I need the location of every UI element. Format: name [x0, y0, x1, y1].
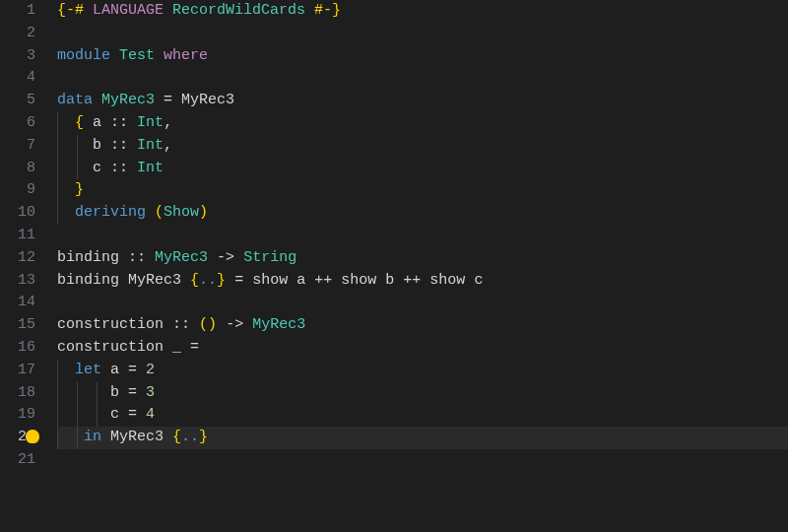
code-line[interactable] — [57, 292, 788, 314]
token — [128, 137, 137, 154]
code-line[interactable] — [57, 225, 788, 247]
indent-guide — [57, 135, 58, 158]
code-line[interactable]: deriving (Show) — [57, 202, 788, 225]
token: b — [110, 384, 119, 401]
token: MyRec3 — [101, 92, 155, 108]
token — [226, 272, 234, 289]
line-number: 10 — [0, 202, 35, 225]
token — [57, 137, 93, 154]
token: in — [84, 429, 101, 445]
token: :: — [172, 316, 190, 333]
token: show — [341, 272, 376, 289]
code-line[interactable]: in MyRec3 {..} — [57, 427, 788, 449]
code-line[interactable] — [57, 67, 788, 90]
code-line[interactable]: data MyRec3 = MyRec3 — [57, 90, 788, 112]
token — [57, 406, 110, 423]
token: b — [385, 272, 394, 289]
line-number: 5 — [0, 90, 35, 112]
code-line[interactable]: construction :: () -> MyRec3 — [57, 314, 788, 337]
code-line[interactable]: c :: Int — [57, 158, 788, 180]
token — [57, 114, 75, 131]
token: :: — [110, 114, 128, 131]
token: module — [57, 47, 110, 64]
code-line[interactable]: let a = 2 — [57, 360, 788, 382]
line-number: 2 — [0, 23, 35, 45]
token: b — [93, 137, 101, 154]
token — [57, 384, 110, 401]
token — [243, 272, 252, 289]
token: .. — [199, 272, 217, 289]
line-number: 13 — [0, 270, 35, 293]
line-number: 12 — [0, 247, 35, 270]
line-number: 16 — [0, 337, 35, 360]
token — [101, 160, 110, 176]
token: deriving — [75, 204, 146, 221]
code-line[interactable]: binding :: MyRec3 -> String — [57, 247, 788, 270]
indent-guide — [57, 158, 58, 180]
token: { — [190, 272, 199, 289]
token — [84, 2, 93, 19]
code-line[interactable]: b :: Int, — [57, 135, 788, 158]
token: MyRec3 — [110, 429, 164, 445]
token — [208, 249, 217, 266]
indent-guide — [57, 427, 58, 449]
line-number: 14 — [0, 292, 35, 314]
line-number: 15 — [0, 314, 35, 337]
token: Show — [164, 204, 199, 221]
token: _ — [172, 339, 181, 356]
token: , — [164, 137, 172, 154]
token — [305, 2, 314, 19]
indent-guide — [57, 112, 58, 135]
code-line[interactable] — [57, 23, 788, 45]
token: -> — [226, 316, 243, 333]
token: 2 — [146, 362, 155, 378]
token — [332, 272, 341, 289]
token: MyRec3 — [252, 316, 305, 333]
token: a — [110, 362, 119, 378]
token: a — [296, 272, 305, 289]
token — [101, 362, 110, 378]
token — [190, 316, 199, 333]
code-line[interactable]: construction _ = — [57, 337, 788, 360]
code-line[interactable]: { a :: Int, — [57, 112, 788, 135]
token — [234, 249, 243, 266]
code-editor[interactable]: 123456789101112131415161718192021 {-# LA… — [0, 0, 788, 532]
code-line[interactable] — [57, 449, 788, 472]
indent-guide — [57, 360, 58, 382]
token — [164, 429, 172, 445]
token — [84, 114, 93, 131]
token — [57, 181, 75, 198]
code-area[interactable]: {-# LANGUAGE RecordWildCards #-}module T… — [47, 0, 788, 532]
indent-guide — [97, 404, 98, 427]
code-line[interactable]: binding MyRec3 {..} = show a ++ show b +… — [57, 270, 788, 293]
token: where — [164, 47, 208, 64]
code-line[interactable]: {-# LANGUAGE RecordWildCards #-} — [57, 0, 788, 23]
indent-guide — [57, 202, 58, 225]
token: construction — [57, 339, 164, 356]
token: show — [429, 272, 465, 289]
token: binding — [57, 249, 119, 266]
token: .. — [181, 429, 199, 445]
line-number: 17 — [0, 360, 35, 382]
token: = — [164, 92, 172, 108]
token: } — [75, 181, 84, 198]
token — [119, 362, 128, 378]
token: :: — [110, 137, 128, 154]
token — [128, 114, 137, 131]
code-line[interactable]: module Test where — [57, 45, 788, 68]
token: #-} — [314, 2, 341, 19]
indent-guide — [57, 404, 58, 427]
token — [164, 316, 172, 333]
code-line[interactable]: } — [57, 179, 788, 202]
token — [137, 362, 146, 378]
token — [181, 272, 190, 289]
token: String — [243, 249, 296, 266]
token: c — [93, 160, 101, 176]
lightbulb-icon[interactable] — [26, 430, 39, 443]
token — [305, 272, 314, 289]
code-line[interactable]: b = 3 — [57, 382, 788, 405]
code-line[interactable]: c = 4 — [57, 404, 788, 427]
indent-guide — [77, 135, 78, 158]
line-number: 4 — [0, 67, 35, 90]
token — [146, 204, 155, 221]
